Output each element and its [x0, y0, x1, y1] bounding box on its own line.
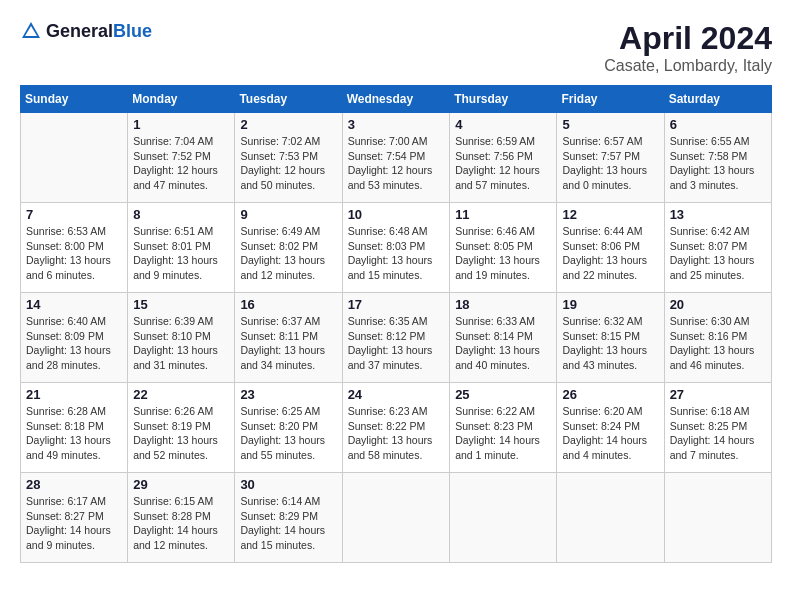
- logo-general-text: General: [46, 21, 113, 41]
- calendar-week-row: 21Sunrise: 6:28 AM Sunset: 8:18 PM Dayli…: [21, 383, 772, 473]
- day-number: 19: [562, 297, 658, 312]
- weekday-header: Tuesday: [235, 86, 342, 113]
- day-info: Sunrise: 6:23 AM Sunset: 8:22 PM Dayligh…: [348, 404, 445, 463]
- calendar-cell: 17Sunrise: 6:35 AM Sunset: 8:12 PM Dayli…: [342, 293, 450, 383]
- weekday-header: Friday: [557, 86, 664, 113]
- day-number: 2: [240, 117, 336, 132]
- day-info: Sunrise: 6:35 AM Sunset: 8:12 PM Dayligh…: [348, 314, 445, 373]
- calendar-cell: [557, 473, 664, 563]
- calendar-cell: 27Sunrise: 6:18 AM Sunset: 8:25 PM Dayli…: [664, 383, 771, 473]
- day-info: Sunrise: 6:33 AM Sunset: 8:14 PM Dayligh…: [455, 314, 551, 373]
- calendar-cell: 8Sunrise: 6:51 AM Sunset: 8:01 PM Daylig…: [128, 203, 235, 293]
- day-number: 29: [133, 477, 229, 492]
- calendar-cell: 24Sunrise: 6:23 AM Sunset: 8:22 PM Dayli…: [342, 383, 450, 473]
- weekday-header: Wednesday: [342, 86, 450, 113]
- calendar-cell: 5Sunrise: 6:57 AM Sunset: 7:57 PM Daylig…: [557, 113, 664, 203]
- day-info: Sunrise: 6:15 AM Sunset: 8:28 PM Dayligh…: [133, 494, 229, 553]
- calendar-cell: 20Sunrise: 6:30 AM Sunset: 8:16 PM Dayli…: [664, 293, 771, 383]
- day-number: 23: [240, 387, 336, 402]
- day-number: 28: [26, 477, 122, 492]
- weekday-header: Saturday: [664, 86, 771, 113]
- day-info: Sunrise: 6:39 AM Sunset: 8:10 PM Dayligh…: [133, 314, 229, 373]
- calendar-week-row: 28Sunrise: 6:17 AM Sunset: 8:27 PM Dayli…: [21, 473, 772, 563]
- day-number: 25: [455, 387, 551, 402]
- calendar-week-row: 14Sunrise: 6:40 AM Sunset: 8:09 PM Dayli…: [21, 293, 772, 383]
- calendar-cell: 26Sunrise: 6:20 AM Sunset: 8:24 PM Dayli…: [557, 383, 664, 473]
- title-section: April 2024 Casate, Lombardy, Italy: [604, 20, 772, 75]
- day-number: 12: [562, 207, 658, 222]
- page-header: GeneralBlue April 2024 Casate, Lombardy,…: [20, 20, 772, 75]
- calendar-cell: 18Sunrise: 6:33 AM Sunset: 8:14 PM Dayli…: [450, 293, 557, 383]
- logo-blue-text: Blue: [113, 21, 152, 41]
- day-info: Sunrise: 6:37 AM Sunset: 8:11 PM Dayligh…: [240, 314, 336, 373]
- day-info: Sunrise: 6:51 AM Sunset: 8:01 PM Dayligh…: [133, 224, 229, 283]
- day-number: 16: [240, 297, 336, 312]
- calendar-cell: [450, 473, 557, 563]
- day-number: 5: [562, 117, 658, 132]
- calendar-cell: 12Sunrise: 6:44 AM Sunset: 8:06 PM Dayli…: [557, 203, 664, 293]
- calendar-cell: 16Sunrise: 6:37 AM Sunset: 8:11 PM Dayli…: [235, 293, 342, 383]
- day-info: Sunrise: 6:55 AM Sunset: 7:58 PM Dayligh…: [670, 134, 766, 193]
- calendar-cell: 23Sunrise: 6:25 AM Sunset: 8:20 PM Dayli…: [235, 383, 342, 473]
- calendar-cell: 19Sunrise: 6:32 AM Sunset: 8:15 PM Dayli…: [557, 293, 664, 383]
- calendar-cell: 1Sunrise: 7:04 AM Sunset: 7:52 PM Daylig…: [128, 113, 235, 203]
- day-info: Sunrise: 7:02 AM Sunset: 7:53 PM Dayligh…: [240, 134, 336, 193]
- day-info: Sunrise: 6:20 AM Sunset: 8:24 PM Dayligh…: [562, 404, 658, 463]
- calendar-cell: 29Sunrise: 6:15 AM Sunset: 8:28 PM Dayli…: [128, 473, 235, 563]
- day-number: 18: [455, 297, 551, 312]
- day-info: Sunrise: 6:14 AM Sunset: 8:29 PM Dayligh…: [240, 494, 336, 553]
- calendar-cell: 11Sunrise: 6:46 AM Sunset: 8:05 PM Dayli…: [450, 203, 557, 293]
- logo-icon: [20, 20, 42, 42]
- day-info: Sunrise: 7:00 AM Sunset: 7:54 PM Dayligh…: [348, 134, 445, 193]
- day-info: Sunrise: 6:17 AM Sunset: 8:27 PM Dayligh…: [26, 494, 122, 553]
- day-number: 13: [670, 207, 766, 222]
- calendar-cell: [21, 113, 128, 203]
- logo: GeneralBlue: [20, 20, 152, 42]
- calendar-cell: 21Sunrise: 6:28 AM Sunset: 8:18 PM Dayli…: [21, 383, 128, 473]
- calendar-cell: 14Sunrise: 6:40 AM Sunset: 8:09 PM Dayli…: [21, 293, 128, 383]
- day-info: Sunrise: 6:18 AM Sunset: 8:25 PM Dayligh…: [670, 404, 766, 463]
- calendar-cell: 10Sunrise: 6:48 AM Sunset: 8:03 PM Dayli…: [342, 203, 450, 293]
- calendar-cell: 25Sunrise: 6:22 AM Sunset: 8:23 PM Dayli…: [450, 383, 557, 473]
- day-info: Sunrise: 6:49 AM Sunset: 8:02 PM Dayligh…: [240, 224, 336, 283]
- calendar-cell: 2Sunrise: 7:02 AM Sunset: 7:53 PM Daylig…: [235, 113, 342, 203]
- day-number: 21: [26, 387, 122, 402]
- day-number: 30: [240, 477, 336, 492]
- day-info: Sunrise: 6:30 AM Sunset: 8:16 PM Dayligh…: [670, 314, 766, 373]
- day-info: Sunrise: 6:22 AM Sunset: 8:23 PM Dayligh…: [455, 404, 551, 463]
- calendar-cell: 15Sunrise: 6:39 AM Sunset: 8:10 PM Dayli…: [128, 293, 235, 383]
- day-info: Sunrise: 6:44 AM Sunset: 8:06 PM Dayligh…: [562, 224, 658, 283]
- day-info: Sunrise: 6:48 AM Sunset: 8:03 PM Dayligh…: [348, 224, 445, 283]
- calendar-cell: 6Sunrise: 6:55 AM Sunset: 7:58 PM Daylig…: [664, 113, 771, 203]
- day-info: Sunrise: 6:25 AM Sunset: 8:20 PM Dayligh…: [240, 404, 336, 463]
- day-info: Sunrise: 6:59 AM Sunset: 7:56 PM Dayligh…: [455, 134, 551, 193]
- calendar-week-row: 1Sunrise: 7:04 AM Sunset: 7:52 PM Daylig…: [21, 113, 772, 203]
- day-number: 15: [133, 297, 229, 312]
- month-title: April 2024: [604, 20, 772, 57]
- day-info: Sunrise: 6:46 AM Sunset: 8:05 PM Dayligh…: [455, 224, 551, 283]
- calendar-cell: 13Sunrise: 6:42 AM Sunset: 8:07 PM Dayli…: [664, 203, 771, 293]
- calendar-cell: 30Sunrise: 6:14 AM Sunset: 8:29 PM Dayli…: [235, 473, 342, 563]
- day-number: 7: [26, 207, 122, 222]
- day-number: 26: [562, 387, 658, 402]
- day-info: Sunrise: 6:26 AM Sunset: 8:19 PM Dayligh…: [133, 404, 229, 463]
- day-number: 27: [670, 387, 766, 402]
- day-number: 10: [348, 207, 445, 222]
- day-info: Sunrise: 6:53 AM Sunset: 8:00 PM Dayligh…: [26, 224, 122, 283]
- location-title: Casate, Lombardy, Italy: [604, 57, 772, 75]
- day-number: 22: [133, 387, 229, 402]
- calendar-cell: 28Sunrise: 6:17 AM Sunset: 8:27 PM Dayli…: [21, 473, 128, 563]
- day-number: 20: [670, 297, 766, 312]
- calendar-cell: 7Sunrise: 6:53 AM Sunset: 8:00 PM Daylig…: [21, 203, 128, 293]
- day-number: 11: [455, 207, 551, 222]
- day-number: 9: [240, 207, 336, 222]
- calendar-cell: [342, 473, 450, 563]
- day-number: 1: [133, 117, 229, 132]
- weekday-header: Sunday: [21, 86, 128, 113]
- day-info: Sunrise: 6:32 AM Sunset: 8:15 PM Dayligh…: [562, 314, 658, 373]
- day-number: 8: [133, 207, 229, 222]
- calendar-cell: 3Sunrise: 7:00 AM Sunset: 7:54 PM Daylig…: [342, 113, 450, 203]
- day-info: Sunrise: 6:28 AM Sunset: 8:18 PM Dayligh…: [26, 404, 122, 463]
- calendar-week-row: 7Sunrise: 6:53 AM Sunset: 8:00 PM Daylig…: [21, 203, 772, 293]
- day-number: 3: [348, 117, 445, 132]
